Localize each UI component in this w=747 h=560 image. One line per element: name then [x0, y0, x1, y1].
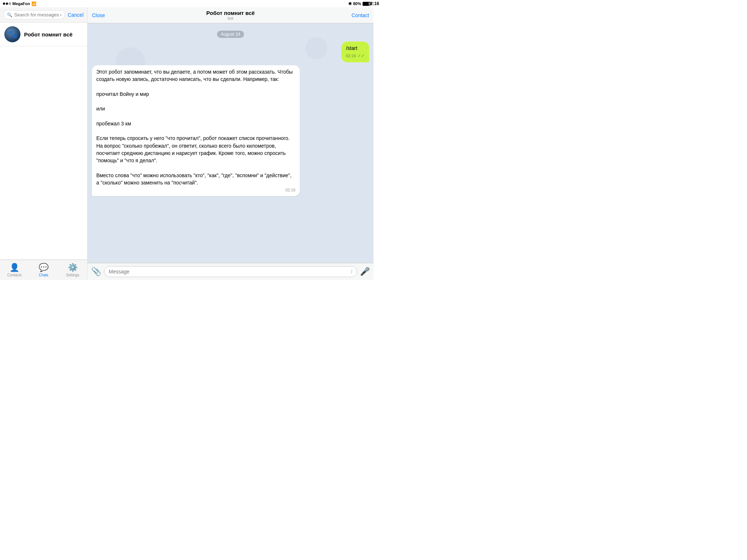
search-bar: 🔍 Cancel — [0, 7, 87, 23]
status-left: MegaFon 📶 — [3, 1, 36, 6]
tab-chats-label: Chats — [39, 273, 48, 277]
wifi-icon: 📶 — [31, 1, 36, 6]
chat-header: Close Робот помнит всё bot Contact — [88, 7, 374, 23]
dot3 — [9, 3, 11, 5]
chat-header-center: Робот помнит всё bot — [206, 10, 255, 20]
outgoing-message-row: /start 02:16 ✓✓ — [92, 42, 369, 62]
signal-dots — [3, 3, 11, 5]
incoming-message-row: Этот робот запоминает, что вы делаете, а… — [92, 65, 369, 197]
tab-contacts[interactable]: 👤 Contacts — [0, 263, 29, 277]
incoming-time: 02:16 — [285, 187, 295, 193]
search-icon: 🔍 — [7, 12, 12, 18]
main-content: 🔍 Cancel Робот помнит всё 👤 Contacts — [0, 7, 374, 280]
contact-button[interactable]: Contact — [352, 12, 369, 18]
battery-bar — [363, 2, 371, 6]
outgoing-message-text: /start — [346, 45, 357, 51]
message-input[interactable] — [109, 269, 351, 275]
read-receipts: ✓✓ — [357, 53, 365, 59]
close-button[interactable]: Close — [92, 12, 105, 18]
incoming-message-meta: 02:16 — [96, 187, 295, 193]
outgoing-time: 02:16 — [346, 53, 356, 59]
chat-info: Робот помнит всё — [24, 31, 83, 38]
chat-list: Робот помнит всё — [0, 23, 87, 260]
carrier-label: MegaFon — [12, 1, 30, 6]
tab-contacts-label: Contacts — [7, 273, 22, 277]
date-badge-text: August 24 — [217, 31, 244, 38]
bluetooth-icon: ✱ — [348, 1, 352, 6]
right-panel: Close Робот помнит всё bot Contact Augus… — [88, 7, 374, 280]
chat-name: Робот помнит всё — [24, 31, 83, 38]
tab-bar: 👤 Contacts 💬 Chats ⚙️ Settings — [0, 260, 87, 280]
dot2 — [6, 3, 8, 5]
chat-subtitle: bot — [206, 16, 255, 20]
status-right: ✱ 80% — [348, 1, 371, 6]
battery-percent: 80% — [353, 1, 361, 6]
tab-settings[interactable]: ⚙️ Settings — [58, 263, 87, 277]
left-panel: 🔍 Cancel Робот помнит всё 👤 Contacts — [0, 7, 88, 280]
tab-settings-label: Settings — [66, 273, 79, 277]
dot1 — [3, 3, 5, 5]
avatar — [4, 26, 20, 42]
status-bar: MegaFon 📶 02:16 ✱ 80% — [0, 0, 374, 7]
search-input[interactable] — [14, 12, 61, 18]
incoming-bubble: Этот робот запоминает, что вы делаете, а… — [92, 65, 300, 197]
incoming-message-text: Этот робот запоминает, что вы делаете, а… — [96, 69, 293, 186]
outgoing-message-meta: 02:16 ✓✓ — [346, 53, 365, 59]
settings-icon: ⚙️ — [68, 263, 78, 272]
chat-list-item[interactable]: Робот помнит всё — [0, 23, 87, 46]
search-input-wrap: 🔍 — [4, 10, 65, 19]
tab-chats[interactable]: 💬 Chats — [29, 263, 58, 277]
attach-button[interactable]: 📎 — [91, 267, 101, 276]
input-area: 📎 / 🎤 — [88, 263, 374, 280]
outgoing-bubble: /start 02:16 ✓✓ — [341, 42, 369, 62]
messages-area: August 24 /start 02:16 ✓✓ Этот робот зап… — [88, 23, 374, 263]
message-input-wrap: / — [104, 266, 357, 277]
mic-button[interactable]: 🎤 — [360, 267, 370, 276]
avatar-image — [4, 26, 20, 42]
chats-icon: 💬 — [39, 263, 49, 272]
cancel-button[interactable]: Cancel — [67, 12, 84, 18]
chat-title: Робот помнит всё — [206, 10, 255, 16]
slash-icon: / — [351, 269, 352, 275]
date-badge: August 24 — [92, 31, 369, 38]
contacts-icon: 👤 — [9, 263, 19, 272]
battery-fill — [363, 2, 369, 5]
